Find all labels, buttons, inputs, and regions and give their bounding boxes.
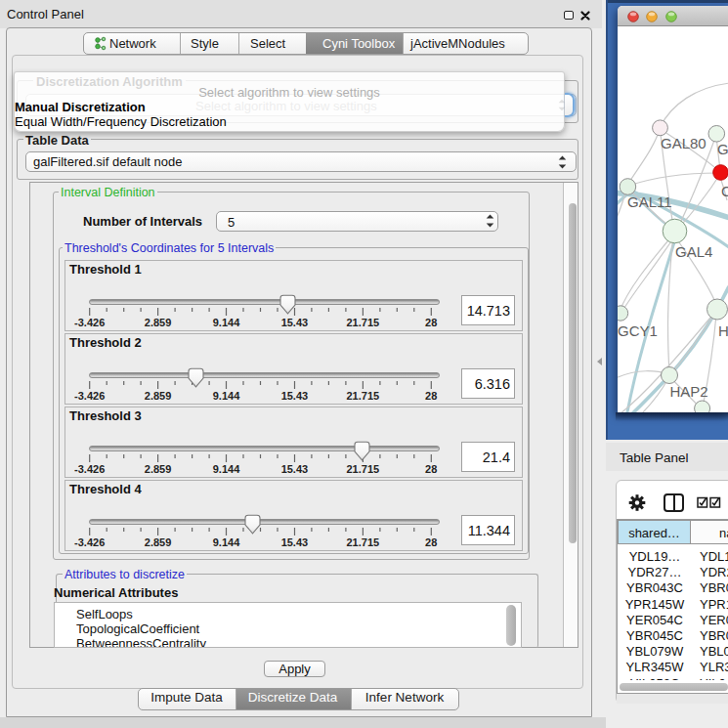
svg-text:GCY1: GCY1 bbox=[618, 322, 658, 339]
svg-text:GAL80: GAL80 bbox=[661, 135, 707, 151]
svg-text:GAL4: GAL4 bbox=[675, 243, 712, 260]
svg-text:HAP2: HAP2 bbox=[670, 383, 708, 400]
svg-text:H: H bbox=[718, 322, 728, 339]
svg-text:C: C bbox=[721, 183, 728, 199]
svg-text:G.: G. bbox=[717, 141, 728, 157]
svg-text:GAL11: GAL11 bbox=[627, 193, 672, 210]
